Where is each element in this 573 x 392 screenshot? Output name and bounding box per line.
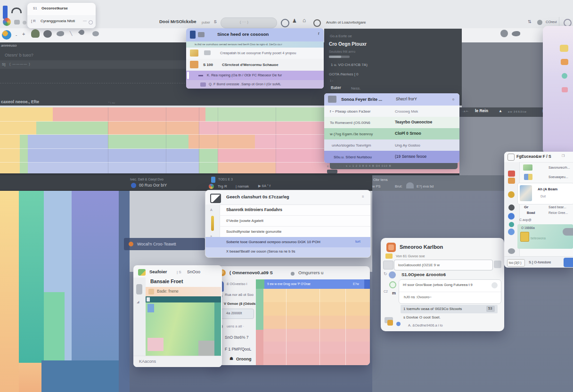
panel-item-2[interactable]: GOTA /Nerkes [ 0: [329, 72, 359, 76]
menu-item-3[interactable]: w (7og Egam./3e bcenroy CloPl 0 Srnoo: [324, 128, 459, 139]
sidebar-item-label[interactable]: Oroong: [236, 357, 252, 361]
sticker-orange-icon[interactable]: [561, 59, 568, 65]
sticker-teal-icon[interactable]: [562, 73, 567, 79]
palette-row-4-selected[interactable]: Soberie tooe Gunsoand ocrepoo orsouroo D…: [205, 237, 370, 247]
gray-tool-icon[interactable]: [136, 284, 142, 294]
spotlight-row-3[interactable]: K. Rea ropeing (Oa th / Ot3r FC Rbeoeor …: [186, 71, 324, 80]
rail-dark-icon[interactable]: [508, 204, 515, 211]
spotlight-corner[interactable]: r: [318, 31, 319, 36]
account-text[interactable]: Anulin ot Loazvrbotgare: [326, 20, 366, 24]
rail-gold-icon[interactable]: [508, 191, 515, 198]
mid-toolbar-item2[interactable]: | namak: [236, 184, 249, 188]
rail-gray-icon[interactable]: [508, 248, 515, 254]
grid-view-icon[interactable]: ❐: [562, 154, 565, 158]
menu-item-2[interactable]: To Romeoerd (OS.00N6 Teayrbo Oueooctoe: [324, 117, 459, 129]
line-tool-icon[interactable]: ╲: [70, 31, 72, 36]
blob2-icon[interactable]: [92, 31, 99, 36]
settings-section-label[interactable]: S1.0Opeoe &roooto6: [401, 272, 446, 278]
panel-item-1[interactable]: 1 u. VO CH.6?CB 7A): [331, 63, 368, 67]
plus-icon[interactable]: +: [22, 31, 25, 37]
refresh-icon[interactable]: ↻: [384, 271, 387, 276]
tab-row-2[interactable]: [ R Cyranggpnoeia Nfoti —: [27, 15, 96, 28]
minus-icon[interactable]: -: [16, 33, 17, 38]
palette-row-1[interactable]: Sbanrotk Intitroiers Faodahrs: [220, 204, 370, 216]
sidebar-item-label[interactable]: V Genoe (8 (Odods: [224, 302, 256, 306]
palette-row-2[interactable]: 0'Vedie [oowte Agatett: [220, 215, 370, 227]
people-icon[interactable]: [500, 30, 508, 37]
rail-blue-icon[interactable]: [508, 213, 515, 220]
planner-tab-inactive[interactable]: Omgurrers u: [298, 270, 323, 276]
spotlight-row-2[interactable]: S 100 CSrrcteot d'Mercormu Schauoe: [186, 59, 324, 71]
file-row-6[interactable]: C.aop@: [519, 218, 573, 223]
sidebar-item-label[interactable]: Rua nor a6 ot Soo: [225, 293, 254, 297]
tree-icon[interactable]: [31, 29, 40, 38]
planner-table-body[interactable]: [256, 289, 370, 365]
app-color-icon[interactable]: [3, 18, 11, 26]
palette-row-3[interactable]: Socthdflynolar berstele gonurotte: [220, 226, 370, 237]
sidebar-item-label[interactable]: F 1 PMP/QooL: [225, 347, 251, 352]
palette-row-action[interactable]: turt: [355, 240, 360, 244]
settings-option-1[interactable]: H! soor Grov'Booe (orbos Gong Futureea t…: [403, 283, 473, 287]
gallery-image[interactable]: [146, 296, 221, 356]
spotlight-row-4[interactable]: Q. F Borrd oresssie .Samp ot Gron I (Gr …: [186, 80, 324, 89]
sidebar-item-label[interactable]: SnO 0te6% 7: [225, 335, 249, 340]
planner-tab-active[interactable]: ( Omnernovo0.a09 S: [229, 270, 273, 276]
file-row-1[interactable]: Savonurecrh...: [519, 163, 573, 172]
mid-toolbar-item3[interactable]: ▶ 6A ° f: [258, 184, 270, 188]
person-icon[interactable]: ♟: [292, 18, 297, 24]
bird2-icon[interactable]: [512, 31, 520, 36]
close-icon[interactable]: [89, 20, 93, 24]
sidebar-item-label[interactable]: uens a atl ·: [227, 325, 244, 329]
footer-blue-button[interactable]: [564, 258, 573, 267]
rail-blue2-icon[interactable]: [508, 229, 515, 235]
sticker-pink-icon[interactable]: [562, 87, 568, 92]
team-strip[interactable]: Wocal'n Croo·Teawtt: [124, 238, 205, 250]
file-row-2[interactable]: Soeuaapeu...: [519, 172, 573, 182]
home-icon[interactable]: ⌂: [303, 17, 306, 24]
sidebar-pill[interactable]: 4a 20000t: [221, 309, 254, 319]
menu-item-1[interactable]: f ~ Pbeap oboen Fa3eer Crooowg Mek: [324, 106, 459, 117]
menu-corner[interactable]: o: [452, 98, 454, 101]
file-row-4[interactable]: Gr Saed bear... Boad Reice Gree...: [519, 204, 573, 217]
dark-blob-icon[interactable]: [43, 30, 52, 38]
mid-toolbar-item1[interactable]: Trg R: [218, 184, 227, 188]
bell-icon[interactable]: ▲: [499, 109, 502, 113]
rail-teal-icon[interactable]: [509, 222, 514, 227]
spotlight-header[interactable]: Since heed ore cososon r: [186, 28, 324, 41]
green-radio-icon[interactable]: [389, 281, 396, 288]
sidebar-item-label[interactable]: 8 OGveeiso i: [227, 282, 247, 286]
toolbar-blob-icon[interactable]: [14, 20, 20, 24]
chip-value[interactable]: ( ———— ): [9, 62, 31, 66]
sticker-yellow-icon[interactable]: [560, 45, 568, 52]
settings-option-2[interactable]: hJ0 ns :Ovooro~: [404, 295, 432, 299]
minimize-icon[interactable]: —: [83, 18, 87, 23]
tag-gray-button[interactable]: [563, 228, 573, 236]
toolbar-dot-icon[interactable]: [23, 21, 26, 24]
menu-item-5[interactable]: S0u.u. S0erd Nurlsbou (19 Sensee feooe: [324, 151, 459, 163]
globe-icon[interactable]: [281, 19, 289, 27]
palette-corner-icon[interactable]: ≡: [362, 195, 364, 199]
sync-icon[interactable]: ⇅: [528, 19, 532, 24]
palette-row-5[interactable]: X beeael'Beatl! ow oouon (Seroa na ne b …: [205, 247, 370, 257]
bird-icon[interactable]: [57, 31, 64, 36]
chat-icon[interactable]: [313, 19, 321, 27]
settings-input[interactable]: looGatouootd (O21E 9 w: [394, 260, 493, 270]
files-tag-area[interactable]: O 16666a beteowona: [517, 224, 573, 249]
parrot-icon[interactable]: [2, 30, 11, 40]
corner-label[interactable]: COrevi: [546, 20, 557, 24]
file-row-featured[interactable]: Ah (A Beam Dut: [517, 183, 573, 204]
input-trailing-button[interactable]: [494, 261, 501, 268]
tab-row-1[interactable]: S1 Oecoreetkurse: [27, 3, 96, 16]
rail-red-icon[interactable]: [508, 171, 515, 177]
search-input[interactable]: ( ···· ): [221, 17, 277, 28]
s-item[interactable]: S: [214, 20, 217, 24]
spotlight-row-1[interactable]: Creapatah bi.ue ooouyroe Fumly pooet 4 y…: [186, 48, 324, 59]
app-swirl-icon[interactable]: [209, 184, 214, 189]
mid-toolbar-tab-label[interactable]: TOD1 E 3: [218, 178, 233, 181]
menu-item-4[interactable]: unAo/slogebu Toevrlgm Ung Ay Gostoo: [324, 139, 459, 151]
gallery-selected-row[interactable]: Bade: fnene: [146, 287, 221, 296]
settings-selected-row[interactable]: 1 toemufv oeaa ol' 0023Co Stcoots 53: [401, 305, 498, 313]
gear-icon[interactable]: [537, 20, 542, 25]
rail-amber-icon[interactable]: [508, 178, 515, 184]
settings-option-3[interactable]: s Dovtoe O ooot Soet.: [403, 315, 441, 319]
